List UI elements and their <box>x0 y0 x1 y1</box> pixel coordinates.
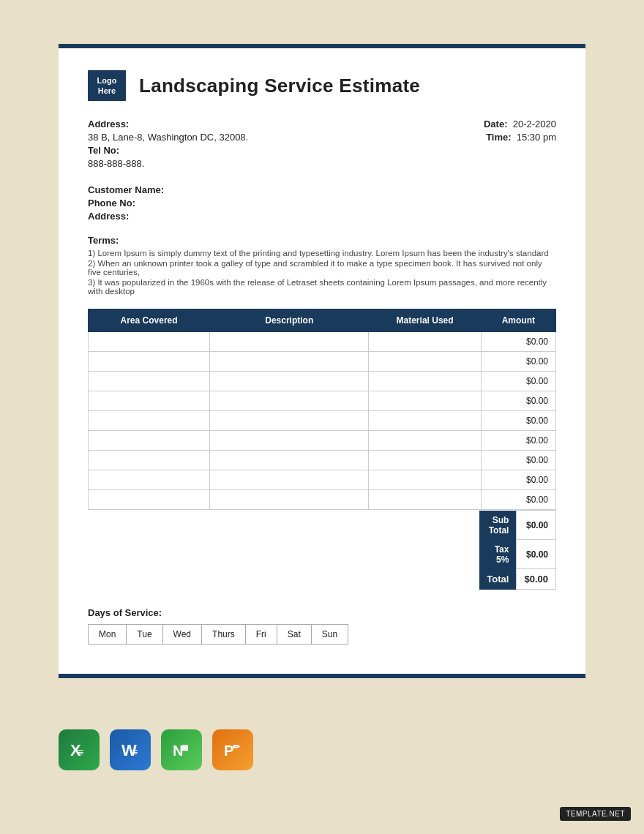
cell-material <box>369 372 481 391</box>
cell-material <box>369 490 481 510</box>
cell-material <box>369 352 481 372</box>
day-cell: Wed <box>162 625 201 645</box>
bottom-icons: X ≡ W ≡ N ▦ P ✏ <box>0 707 644 785</box>
cell-area <box>89 372 210 391</box>
header-row: LogoHere Landscaping Service Estimate <box>88 70 556 101</box>
info-right: Date: 20-2-2020 Time: 15:30 pm <box>484 119 556 171</box>
terms-section: Terms: 1) Lorem Ipsum is simply dummy te… <box>88 235 556 296</box>
tel-label: Tel No: <box>88 145 119 156</box>
day-cell: Sun <box>311 625 348 645</box>
terms-item-2: 2) When an unknown printer took a galley… <box>88 259 556 277</box>
tax-label: Tax 5% <box>479 540 517 569</box>
subtotal-value: $0.00 <box>517 511 556 540</box>
cell-material <box>369 451 481 470</box>
address-label-line: Address: <box>88 119 484 129</box>
total-value: $0.00 <box>517 569 556 590</box>
cell-area <box>89 470 210 490</box>
cell-material <box>369 391 481 411</box>
cell-material <box>369 411 481 431</box>
days-title: Days of Service: <box>88 607 556 618</box>
table-row: $0.00 <box>89 352 556 372</box>
terms-title: Terms: <box>88 235 556 246</box>
cell-area <box>89 332 210 352</box>
cell-amount: $0.00 <box>481 411 555 431</box>
address-label: Address: <box>88 119 129 129</box>
customer-phone-label: Phone No: <box>88 198 135 209</box>
info-left: Address: 38 B, Lane-8, Washington DC, 32… <box>88 119 484 171</box>
cell-area <box>89 352 210 372</box>
terms-item-3: 3) It was popularized in the 1960s with … <box>88 278 556 296</box>
cell-description <box>210 490 369 510</box>
customer-name-label: Customer Name: <box>88 184 164 195</box>
table-row: $0.00 <box>89 431 556 451</box>
tel-line: Tel No: <box>88 145 484 156</box>
time-value: 15:30 pm <box>517 132 556 143</box>
day-cell: Fri <box>245 625 277 645</box>
subtotal-label: Sub Total <box>479 511 517 540</box>
cell-description <box>210 332 369 352</box>
cell-amount: $0.00 <box>481 391 555 411</box>
customer-section: Customer Name: Phone No: Address: <box>88 184 556 222</box>
cell-amount: $0.00 <box>481 431 555 451</box>
table-row: $0.00 <box>89 451 556 470</box>
totals-wrapper: Sub Total $0.00 Tax 5% $0.00 Total $0.00 <box>88 510 556 590</box>
table-wrapper: Area Covered Description Material Used A… <box>88 309 556 590</box>
total-tr: Total $0.00 <box>479 569 555 590</box>
address-value-line: 38 B, Lane-8, Washington DC, 32008. <box>88 132 484 143</box>
day-cell: Sat <box>277 625 311 645</box>
cell-amount: $0.00 <box>481 451 555 470</box>
pages-icon[interactable]: P ✏ <box>212 729 253 770</box>
time-label: Time: <box>486 132 511 143</box>
excel-icon[interactable]: X ≡ <box>59 729 100 770</box>
terms-item-1: 1) Lorem Ipsum is simply dummy text of t… <box>88 249 556 258</box>
cell-description <box>210 391 369 411</box>
cell-amount: $0.00 <box>481 470 555 490</box>
customer-address-label: Address: <box>88 211 129 222</box>
cell-area <box>89 391 210 411</box>
word-icon[interactable]: W ≡ <box>110 729 151 770</box>
totals-inner: Sub Total $0.00 Tax 5% $0.00 Total $0.00 <box>479 510 556 590</box>
svg-text:≡: ≡ <box>78 746 83 758</box>
table-row: $0.00 <box>89 391 556 411</box>
cell-amount: $0.00 <box>481 332 555 352</box>
subtotal-tr: Sub Total $0.00 <box>479 511 555 540</box>
table-row: $0.00 <box>89 372 556 391</box>
cell-description <box>210 470 369 490</box>
date-value: 20-2-2020 <box>513 119 556 129</box>
cell-material <box>369 431 481 451</box>
estimate-table: Area Covered Description Material Used A… <box>88 309 556 510</box>
cell-material <box>369 332 481 352</box>
document-card: LogoHere Landscaping Service Estimate Ad… <box>59 44 585 678</box>
cell-description <box>210 352 369 372</box>
day-cell: Mon <box>89 625 127 645</box>
cell-description <box>210 431 369 451</box>
days-section: Days of Service: MonTueWedThursFriSatSun <box>88 607 556 645</box>
cell-amount: $0.00 <box>481 372 555 391</box>
total-label: Total <box>479 569 517 590</box>
numbers-icon[interactable]: N ▦ <box>161 729 202 770</box>
days-row: MonTueWedThursFriSatSun <box>89 625 348 645</box>
cell-area <box>89 451 210 470</box>
svg-text:≡: ≡ <box>132 746 138 758</box>
info-section: Address: 38 B, Lane-8, Washington DC, 32… <box>88 119 556 171</box>
cell-description <box>210 411 369 431</box>
logo-text: LogoHere <box>97 75 117 97</box>
col-amount: Amount <box>481 309 555 332</box>
table-row: $0.00 <box>89 332 556 352</box>
tax-value: $0.00 <box>517 540 556 569</box>
col-material: Material Used <box>369 309 481 332</box>
document-title: Landscaping Service Estimate <box>139 75 420 97</box>
date-label: Date: <box>484 119 508 129</box>
template-badge: TEMPLATE.NET <box>560 807 631 821</box>
days-table: MonTueWedThursFriSatSun <box>88 624 348 645</box>
cell-amount: $0.00 <box>481 352 555 372</box>
cell-area <box>89 411 210 431</box>
col-area: Area Covered <box>89 309 210 332</box>
svg-text:▦: ▦ <box>181 743 188 751</box>
customer-name-line: Customer Name: <box>88 184 556 195</box>
cell-area <box>89 431 210 451</box>
cell-description <box>210 451 369 470</box>
cell-amount: $0.00 <box>481 490 555 510</box>
tel-value-line: 888-888-888. <box>88 158 484 169</box>
svg-text:✏: ✏ <box>233 742 241 752</box>
